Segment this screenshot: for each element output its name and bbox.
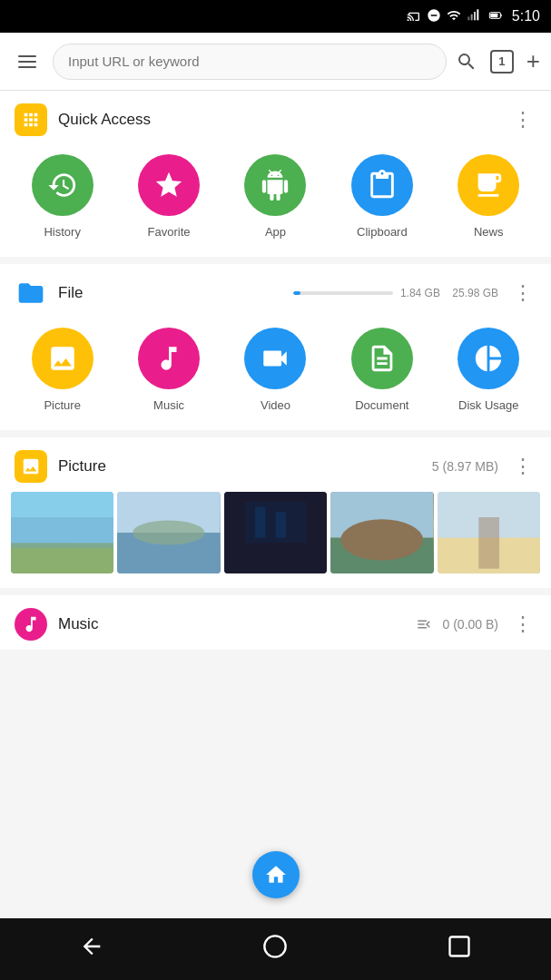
file-label-picture: Picture <box>44 398 80 412</box>
svg-rect-15 <box>255 507 265 538</box>
file-label-disk: Disk Usage <box>458 398 518 412</box>
picture-section-icon <box>15 450 47 483</box>
file-progress: 1.84 GB 25.98 GB <box>293 287 498 299</box>
nav-bar <box>0 918 551 980</box>
file-item-document[interactable]: Document <box>351 328 413 412</box>
qa-label-clipboard: Clipboard <box>357 225 408 239</box>
picture-section-header: Picture 5 (8.97 MB) ⋮ <box>0 437 551 492</box>
picture-thumb-5[interactable] <box>438 492 540 573</box>
search-button[interactable] <box>456 51 477 73</box>
add-tab-button[interactable]: + <box>526 47 540 75</box>
qa-circle-app <box>244 154 306 216</box>
picture-section: Picture 5 (8.97 MB) ⋮ <box>0 437 551 588</box>
music-section-icon <box>15 608 47 641</box>
picture-count-label: 5 (8.97 MB) <box>432 459 498 474</box>
file-circle-document <box>351 328 413 389</box>
hamburger-icon <box>18 55 36 68</box>
qa-label-history: History <box>44 225 80 239</box>
file-item-disk-usage[interactable]: Disk Usage <box>458 328 519 412</box>
svg-rect-9 <box>11 517 113 548</box>
status-icons <box>407 8 505 25</box>
file-bar-fill <box>293 291 300 295</box>
file-label-video: Video <box>261 398 290 412</box>
file-item-music[interactable]: Music <box>138 328 200 412</box>
picture-more-button[interactable]: ⋮ <box>509 455 536 478</box>
qa-item-clipboard[interactable]: Clipboard <box>351 154 413 239</box>
file-item-video[interactable]: Video <box>244 328 306 412</box>
svg-rect-1 <box>471 14 473 20</box>
tab-count-button[interactable]: 1 <box>490 50 514 74</box>
qa-item-news[interactable]: News <box>458 154 519 239</box>
file-title: File <box>58 284 282 302</box>
qa-item-favorite[interactable]: Favorite <box>138 154 200 239</box>
qa-label-app: App <box>265 225 286 239</box>
cast-icon <box>407 8 421 25</box>
svg-rect-2 <box>474 12 476 20</box>
menu-button[interactable] <box>11 48 44 75</box>
file-used: 1.84 GB <box>400 287 440 299</box>
file-circle-disk <box>458 328 519 389</box>
picture-thumb-3[interactable] <box>224 492 327 573</box>
status-bar: 5:10 <box>0 0 551 33</box>
music-count-label: 0 (0.00 B) <box>416 616 498 632</box>
quick-access-title: Quick Access <box>58 111 498 129</box>
tab-count: 1 <box>498 54 505 68</box>
svg-point-23 <box>265 936 286 956</box>
signal-icon <box>467 8 481 25</box>
svg-rect-0 <box>467 16 469 20</box>
file-total: 25.98 GB <box>452 287 498 299</box>
wifi-icon <box>447 8 461 25</box>
file-header: File 1.84 GB 25.98 GB ⋮ <box>0 264 551 318</box>
top-nav: 1 + <box>0 33 551 91</box>
svg-rect-5 <box>500 14 501 16</box>
svg-rect-16 <box>276 512 286 537</box>
recents-button[interactable] <box>428 926 490 972</box>
picture-thumb-4[interactable] <box>330 492 433 573</box>
time-display: 5:10 <box>512 8 540 24</box>
svg-rect-3 <box>477 9 478 20</box>
qa-label-favorite: Favorite <box>148 225 191 239</box>
add-icon: + <box>526 47 540 75</box>
file-label-document: Document <box>355 398 408 412</box>
qa-circle-clipboard <box>351 154 413 216</box>
quick-access-section: Quick Access ⋮ History Favorite App <box>0 91 551 257</box>
qa-label-news: News <box>474 225 504 239</box>
quick-access-icon <box>15 103 47 136</box>
file-circle-video <box>244 328 306 389</box>
svg-rect-24 <box>449 937 468 956</box>
qa-item-app[interactable]: App <box>244 154 306 239</box>
quick-access-more-button[interactable]: ⋮ <box>509 108 536 132</box>
picture-section-title: Picture <box>58 457 421 475</box>
music-section: Music 0 (0.00 B) ⋮ <box>0 595 551 650</box>
search-input[interactable] <box>53 44 447 80</box>
svg-rect-22 <box>478 517 499 569</box>
qa-circle-favorite <box>138 154 200 216</box>
svg-point-19 <box>341 519 424 560</box>
quick-access-grid: History Favorite App Clipboard <box>0 145 551 257</box>
back-button[interactable] <box>61 926 123 972</box>
music-section-header: Music 0 (0.00 B) ⋮ <box>0 595 551 650</box>
svg-rect-6 <box>490 13 497 17</box>
quick-access-header: Quick Access ⋮ <box>0 91 551 145</box>
file-label-music: Music <box>153 398 184 412</box>
file-circle-music <box>138 328 200 389</box>
picture-thumb-2[interactable] <box>117 492 220 573</box>
home-fab-button[interactable] <box>252 851 300 898</box>
file-item-picture[interactable]: Picture <box>32 328 93 412</box>
music-more-button[interactable]: ⋮ <box>509 612 536 636</box>
file-bar <box>293 291 393 295</box>
file-circle-picture <box>32 328 93 389</box>
picture-thumb-1[interactable] <box>11 492 113 573</box>
file-more-button[interactable]: ⋮ <box>509 281 536 305</box>
minus-circle-icon <box>427 8 441 25</box>
qa-item-history[interactable]: History <box>32 154 93 239</box>
file-section: File 1.84 GB 25.98 GB ⋮ Picture M <box>0 264 551 430</box>
file-icon <box>15 277 47 309</box>
qa-circle-news <box>458 154 519 216</box>
music-section-title: Music <box>58 615 405 633</box>
nav-icons: 1 + <box>456 47 540 75</box>
qa-circle-history <box>32 154 93 216</box>
file-sizes: 1.84 GB 25.98 GB <box>400 287 498 299</box>
svg-point-12 <box>133 520 204 544</box>
home-button[interactable] <box>244 926 306 972</box>
